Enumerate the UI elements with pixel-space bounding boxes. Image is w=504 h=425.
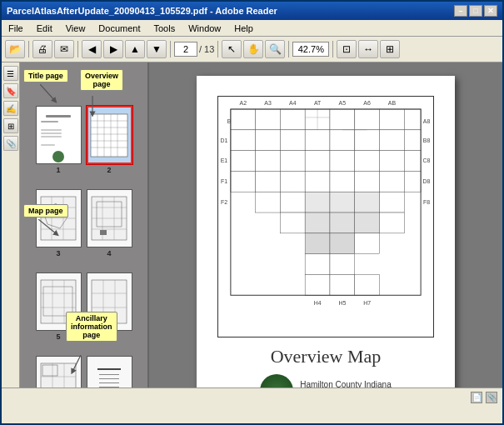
- overview-footer: 🌿 Hamilton County IndianaAssessors Offic…: [260, 374, 392, 388]
- actual-size-button[interactable]: ⊞: [380, 40, 400, 58]
- minimize-button[interactable]: –: [454, 5, 467, 17]
- callout-overview-page: Overview page: [80, 69, 123, 91]
- close-button[interactable]: ✕: [484, 5, 497, 17]
- zoom-input[interactable]: [292, 42, 329, 57]
- thumb-page-5[interactable]: [36, 272, 82, 331]
- svg-rect-105: [305, 233, 330, 254]
- menu-document[interactable]: Document: [95, 22, 143, 34]
- svg-rect-99: [380, 192, 405, 212]
- thumb-container-2: 2: [87, 106, 132, 174]
- svg-rect-59: [256, 109, 281, 130]
- map-thumb-6-svg: [90, 278, 128, 325]
- svg-text:E1: E1: [221, 158, 228, 164]
- email-button[interactable]: ✉: [54, 40, 74, 58]
- svg-rect-106: [330, 233, 355, 254]
- thumb-container-6: 6: [87, 272, 132, 341]
- sidebar-layers-btn[interactable]: ⊞: [3, 118, 18, 133]
- svg-text:F1: F1: [221, 178, 227, 184]
- up-button[interactable]: ▲: [125, 40, 145, 58]
- thumb-num-5: 5: [56, 332, 60, 341]
- print-button[interactable]: 🖨: [32, 40, 52, 58]
- svg-rect-58: [231, 109, 256, 130]
- pdf-page-2: A2 A3 A4 AT A5 A6 AB B2 B3 B4 BM B5 B6: [197, 76, 455, 388]
- svg-text:A3: A3: [264, 100, 272, 106]
- svg-rect-2: [91, 114, 127, 157]
- thumb-num-3: 3: [56, 249, 60, 258]
- status-icon-1[interactable]: 📄: [471, 392, 482, 403]
- svg-rect-25: [100, 230, 107, 235]
- svg-text:A5: A5: [339, 100, 347, 106]
- separator-3: [170, 41, 171, 58]
- separator-2: [77, 41, 78, 58]
- hand-button[interactable]: ✋: [243, 40, 263, 58]
- separator-1: [28, 41, 29, 58]
- sidebar-signatures-btn[interactable]: ✍: [3, 101, 18, 116]
- fit-width-button[interactable]: ↔: [358, 40, 378, 58]
- svg-rect-37: [41, 363, 76, 388]
- overview-grid-container: A2 A3 A4 AT A5 A6 AB B2 B3 B4 BM B5 B6: [217, 96, 434, 338]
- menu-help[interactable]: Help: [231, 22, 257, 34]
- toolbar-row-1: 📂 🖨 ✉ ◀ ▶ ▲ ▼ / 13 ↖ ✋ 🔍 ⊡ ↔ ⊞: [5, 38, 499, 60]
- pdf-page-inner: A2 A3 A4 AT A5 A6 AB B2 B3 B4 BM B5 B6: [210, 89, 442, 388]
- svg-rect-67: [256, 130, 281, 151]
- maximize-button[interactable]: □: [469, 5, 482, 17]
- status-icon-2[interactable]: 📎: [486, 392, 497, 403]
- svg-line-0: [40, 84, 55, 101]
- thumb-page-8[interactable]: [87, 356, 132, 388]
- svg-rect-108: [305, 254, 330, 275]
- svg-rect-92: [380, 171, 405, 192]
- svg-text:H7: H7: [363, 300, 371, 306]
- svg-rect-80: [380, 151, 405, 172]
- callout-title-page: Title page: [23, 69, 68, 82]
- svg-rect-103: [355, 212, 380, 233]
- thumb-container-7: 7: [36, 356, 82, 388]
- svg-rect-100: [280, 212, 305, 233]
- open-button[interactable]: 📂: [5, 40, 25, 58]
- svg-text:F2: F2: [221, 199, 227, 205]
- cursor-button[interactable]: ↖: [222, 40, 242, 58]
- down-button[interactable]: ▼: [147, 40, 167, 58]
- svg-rect-79: [355, 151, 380, 172]
- menu-tools[interactable]: Tools: [151, 22, 179, 34]
- menu-file[interactable]: File: [5, 22, 27, 34]
- menu-window[interactable]: Window: [185, 22, 224, 34]
- svg-rect-111: [330, 274, 355, 295]
- thumb-container-8: 8: [87, 356, 132, 388]
- next-view-button[interactable]: ▶: [103, 40, 123, 58]
- fit-page-button[interactable]: ⊡: [337, 40, 357, 58]
- thumb-page-6[interactable]: [87, 272, 132, 331]
- zoom-in-button[interactable]: 🔍: [265, 40, 285, 58]
- sidebar-bookmarks-btn[interactable]: 🔖: [3, 83, 18, 98]
- pdf-main-view: A2 A3 A4 AT A5 A6 AB B2 B3 B4 BM B5 B6: [149, 62, 502, 388]
- map-thumb-5-svg: [39, 278, 77, 325]
- svg-rect-70: [330, 130, 355, 151]
- svg-rect-110: [305, 274, 330, 295]
- separator-6: [332, 41, 333, 58]
- thumb-page-1[interactable]: [36, 106, 82, 164]
- overview-map-svg: A2 A3 A4 AT A5 A6 AB B2 B3 B4 BM B5 B6: [218, 97, 433, 337]
- thumbnails-panel: Title page Overview page: [20, 62, 149, 388]
- sidebar-attach-btn[interactable]: 📎: [3, 136, 18, 151]
- thumb-page-3[interactable]: [36, 189, 82, 248]
- svg-rect-94: [256, 192, 281, 212]
- svg-text:A4: A4: [289, 100, 297, 106]
- thumb-page-2[interactable]: [87, 106, 132, 164]
- thumb-num-2: 2: [107, 166, 111, 174]
- side-toolbar: ☰ 🔖 ✍ ⊞ 📎: [2, 62, 20, 388]
- svg-text:AT: AT: [314, 100, 322, 106]
- thumb-row-2: 3 4: [23, 189, 144, 258]
- svg-rect-69: [305, 130, 330, 151]
- page-input[interactable]: [174, 42, 197, 57]
- menu-view[interactable]: View: [62, 22, 89, 34]
- thumb-page-4[interactable]: [87, 189, 132, 248]
- menu-edit[interactable]: Edit: [33, 22, 56, 34]
- sidebar-pages-btn[interactable]: ☰: [3, 66, 18, 81]
- svg-rect-68: [280, 130, 305, 151]
- svg-text:H4: H4: [314, 300, 322, 306]
- thumb-page-7[interactable]: [36, 356, 82, 388]
- svg-rect-63: [355, 109, 380, 130]
- svg-rect-60: [280, 109, 305, 130]
- svg-rect-75: [256, 151, 281, 172]
- svg-text:H5: H5: [338, 300, 346, 306]
- prev-view-button[interactable]: ◀: [82, 40, 102, 58]
